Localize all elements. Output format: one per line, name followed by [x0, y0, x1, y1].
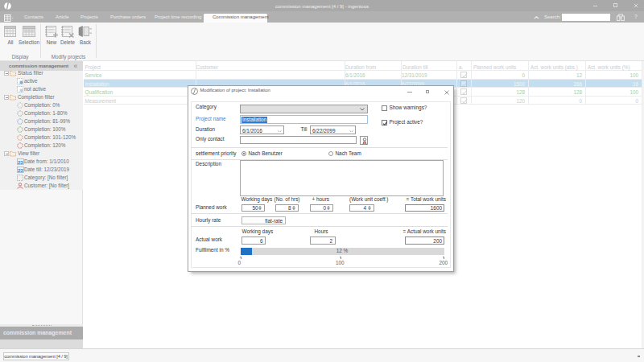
svg-text:23: 23 — [18, 160, 23, 165]
svg-text:23: 23 — [18, 168, 23, 173]
